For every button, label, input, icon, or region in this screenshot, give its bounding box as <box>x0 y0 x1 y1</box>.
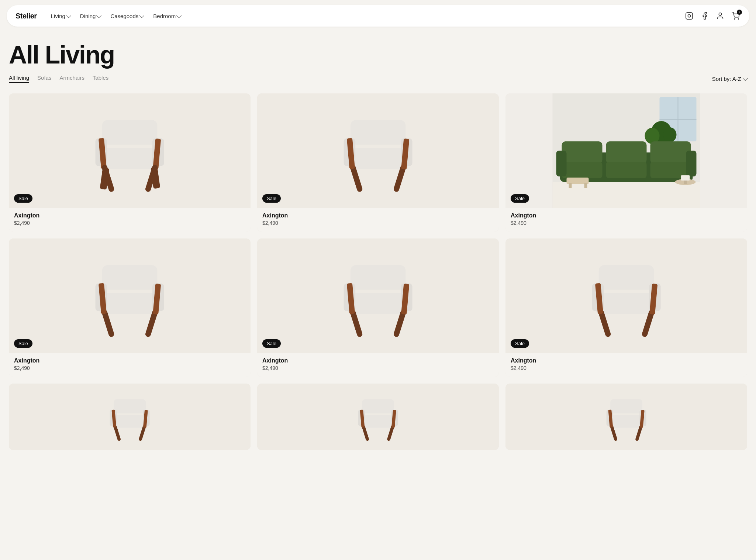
svg-rect-33 <box>650 141 691 164</box>
svg-point-4 <box>734 18 735 19</box>
sale-badge: Sale <box>14 194 32 203</box>
svg-rect-44 <box>584 183 587 188</box>
product-image: Sale <box>505 238 747 353</box>
product-image: Sale <box>257 93 499 208</box>
chevron-down-icon <box>743 76 748 81</box>
sale-badge: Sale <box>14 339 32 348</box>
nav-living-label: Living <box>51 13 65 19</box>
product-image <box>9 384 251 450</box>
product-price: $2,490 <box>14 220 245 226</box>
svg-rect-64 <box>112 415 147 427</box>
product-name: Axington <box>14 212 245 219</box>
product-name: Axington <box>262 212 494 219</box>
svg-rect-6 <box>102 120 157 144</box>
chevron-down-icon <box>139 13 144 18</box>
product-card[interactable]: Sale Axington $2,490 <box>257 93 499 232</box>
svg-rect-15 <box>347 148 408 169</box>
svg-point-28 <box>663 127 677 142</box>
svg-point-5 <box>738 18 739 19</box>
nav-casegoods[interactable]: Casegoods <box>107 11 147 21</box>
svg-rect-37 <box>556 151 567 176</box>
facebook-icon[interactable] <box>700 11 710 21</box>
filter-tab-tables[interactable]: Tables <box>93 75 108 83</box>
svg-rect-76 <box>608 415 644 427</box>
filter-tab-sofas[interactable]: Sofas <box>37 75 51 83</box>
filter-bar: All living Sofas Armchairs Tables Sort b… <box>9 75 747 85</box>
product-info: Axington $2,490 <box>505 208 747 232</box>
product-grid: Sale Axington $2,490 Sale <box>9 93 747 450</box>
nav-living[interactable]: Living <box>47 11 74 21</box>
nav-casegoods-label: Casegoods <box>110 13 138 19</box>
svg-point-1 <box>688 14 690 17</box>
user-icon[interactable] <box>715 11 725 21</box>
product-info: Axington $2,490 <box>257 353 499 377</box>
svg-rect-32 <box>606 141 647 164</box>
product-price: $2,490 <box>262 365 494 371</box>
nav-left: Stelier Living Dining Casegoods Bedroom <box>15 11 184 21</box>
product-info: Axington $2,490 <box>9 353 251 377</box>
svg-rect-52 <box>347 293 408 314</box>
svg-rect-14 <box>351 120 405 144</box>
product-card[interactable] <box>257 384 499 450</box>
product-image <box>505 384 747 450</box>
svg-rect-29 <box>553 182 700 208</box>
chevron-down-icon <box>176 13 182 18</box>
nav-right: 2 <box>684 11 741 21</box>
product-price: $2,490 <box>511 365 742 371</box>
nav-bedroom[interactable]: Bedroom <box>149 11 184 21</box>
brand-logo[interactable]: Stelier <box>15 12 37 20</box>
product-image: Sale <box>257 238 499 353</box>
product-price: $2,490 <box>262 220 494 226</box>
svg-rect-0 <box>686 13 693 19</box>
product-card[interactable]: Sale Axington $2,490 <box>505 238 747 377</box>
nav-dining-label: Dining <box>80 13 96 19</box>
cart-count: 2 <box>737 10 742 15</box>
navbar: Stelier Living Dining Casegoods Bedroom <box>7 5 749 27</box>
sort-label: Sort by: A-Z <box>712 76 741 82</box>
svg-rect-58 <box>596 293 657 314</box>
sale-badge: Sale <box>262 194 281 203</box>
product-card[interactable]: Sale Axington $2,490 <box>9 238 251 377</box>
svg-rect-75 <box>610 399 642 413</box>
sale-badge: Sale <box>511 194 529 203</box>
sale-badge: Sale <box>511 339 529 348</box>
svg-rect-35 <box>606 162 647 178</box>
sort-control[interactable]: Sort by: A-Z <box>712 76 747 82</box>
svg-rect-70 <box>360 415 396 427</box>
product-card[interactable]: Sale Axington $2,490 <box>505 93 747 232</box>
product-card[interactable]: Sale Axington $2,490 <box>257 238 499 377</box>
svg-rect-45 <box>102 265 157 289</box>
product-info: Axington $2,490 <box>505 353 747 377</box>
product-info: Axington $2,490 <box>257 208 499 232</box>
svg-rect-51 <box>351 265 405 289</box>
page-title: All Living <box>9 32 747 75</box>
svg-point-2 <box>691 14 691 14</box>
product-card[interactable]: Sale Axington $2,490 <box>9 93 251 232</box>
nav-dining[interactable]: Dining <box>76 11 105 21</box>
nav-links: Living Dining Casegoods Bedroom <box>47 11 185 21</box>
product-price: $2,490 <box>511 220 742 226</box>
svg-rect-7 <box>99 148 160 169</box>
svg-rect-43 <box>569 183 572 188</box>
product-price: $2,490 <box>14 365 245 371</box>
svg-rect-31 <box>562 141 603 164</box>
product-image <box>257 384 499 450</box>
svg-point-3 <box>719 13 721 16</box>
product-info: Axington $2,490 <box>9 208 251 232</box>
filter-tab-armchairs[interactable]: Armchairs <box>59 75 84 83</box>
nav-bedroom-label: Bedroom <box>153 13 176 19</box>
product-card[interactable] <box>505 384 747 450</box>
product-name: Axington <box>511 357 742 364</box>
filter-tab-all-living[interactable]: All living <box>9 75 29 83</box>
product-name: Axington <box>262 357 494 364</box>
cart-icon[interactable]: 2 <box>731 11 741 21</box>
svg-rect-63 <box>114 399 146 413</box>
instagram-icon[interactable] <box>684 11 694 21</box>
product-name: Axington <box>14 357 245 364</box>
filter-tabs: All living Sofas Armchairs Tables <box>9 75 108 83</box>
product-card[interactable] <box>9 384 251 450</box>
svg-rect-34 <box>562 162 603 178</box>
sale-badge: Sale <box>262 339 281 348</box>
product-image: Sale <box>9 238 251 353</box>
page-container: All Living All living Sofas Armchairs Ta… <box>0 32 756 465</box>
